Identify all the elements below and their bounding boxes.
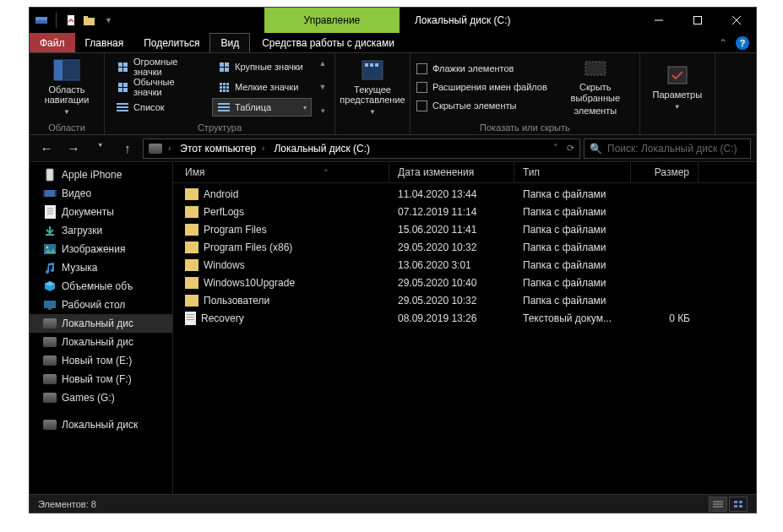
svg-point-27	[46, 247, 49, 249]
file-row[interactable]: Recovery08.09.2019 13:26Текстовый докум.…	[173, 309, 756, 327]
view-large-icons[interactable]: Крупные значки	[212, 57, 312, 76]
file-row[interactable]: Windows13.06.2020 3:01Папка с файлами	[173, 256, 756, 274]
tab-drive-tools[interactable]: Средства работы с дисками	[250, 33, 406, 52]
column-name[interactable]: Имя⌃	[173, 162, 389, 182]
svg-rect-21	[45, 205, 56, 219]
tree-item[interactable]: Видео	[30, 184, 172, 203]
file-row[interactable]: Program Files15.06.2020 11:41Папка с фай…	[173, 220, 756, 238]
hide-selected-button[interactable]: Скрыть выбранные элементы	[557, 57, 633, 117]
file-name: Recovery	[201, 312, 244, 324]
tree-item-label: Загрузки	[62, 225, 102, 236]
help-icon[interactable]: ?	[736, 36, 749, 50]
details-view-button[interactable]	[709, 497, 727, 512]
folder-icon	[185, 224, 198, 236]
contextual-tab-manage[interactable]: Управление	[264, 8, 400, 33]
svg-rect-29	[48, 308, 52, 310]
navigation-pane-button[interactable]: Область навигации ▼	[35, 57, 98, 117]
group-label: Области	[30, 121, 104, 134]
tree-item[interactable]: Новый том (F:)	[30, 370, 172, 388]
address-bar[interactable]: › Этот компьютер› Локальный диск (C:) ˅ …	[143, 138, 580, 159]
forward-button[interactable]: →	[62, 138, 85, 160]
breadcrumb-current[interactable]: Локальный диск (C:)	[270, 143, 373, 155]
file-name: Android	[204, 188, 238, 200]
file-row[interactable]: Android11.04.2020 13:44Папка с файлами	[173, 185, 756, 203]
phone-icon	[43, 168, 57, 182]
doc-icon	[43, 205, 57, 219]
hidden-items-toggle[interactable]: Скрытые элементы	[416, 97, 547, 114]
tree-item[interactable]: Games (G:)	[30, 388, 172, 407]
tree-item-label: Локальный диск	[62, 419, 138, 431]
qat-dropdown-icon[interactable]: ▼	[101, 16, 116, 24]
file-row[interactable]: Program Files (x86)29.05.2020 10:32Папка…	[173, 238, 756, 256]
file-type: Папка с файлами	[514, 277, 631, 289]
drive-icon	[43, 335, 57, 349]
column-date[interactable]: Дата изменения	[389, 162, 514, 182]
properties-icon[interactable]	[64, 14, 78, 27]
file-type: Папка с файлами	[514, 224, 631, 236]
extra-large-icon	[116, 61, 129, 73]
tree-item[interactable]: Локальный диск	[30, 415, 172, 434]
svg-rect-28	[44, 301, 56, 308]
view-extra-large-icons[interactable]: Огромные значки	[111, 57, 210, 76]
tree-item[interactable]: Загрузки	[30, 221, 172, 240]
layout-scroll[interactable]: ▲▼▾	[317, 59, 329, 115]
tree-item-label: Локальный дис	[62, 336, 133, 348]
breadcrumb-this-pc[interactable]: Этот компьютер›	[177, 143, 270, 155]
tab-share[interactable]: Поделиться	[133, 33, 209, 52]
minimize-button[interactable]	[639, 8, 678, 33]
tab-file[interactable]: Файл	[30, 33, 75, 52]
close-button[interactable]	[717, 8, 756, 33]
tree-item[interactable]: Локальный дис	[30, 333, 172, 351]
group-label: Структура	[105, 121, 334, 134]
tree-item[interactable]: Музыка	[30, 258, 172, 277]
file-row[interactable]: Windows10Upgrade29.05.2020 10:40Папка с …	[173, 274, 756, 291]
tree-item[interactable]: Документы	[30, 203, 172, 221]
large-icon	[217, 61, 231, 73]
file-extensions-toggle[interactable]: Расширения имен файлов	[416, 79, 547, 95]
new-folder-icon[interactable]	[83, 14, 96, 27]
options-button[interactable]: Параметры ▼	[646, 57, 709, 117]
thumbnails-view-button[interactable]	[729, 497, 748, 512]
maximize-button[interactable]	[678, 8, 717, 33]
up-button[interactable]: ↑	[116, 138, 139, 160]
view-small-icons[interactable]: Мелкие значки	[212, 78, 312, 96]
item-count: Элементов: 8	[38, 499, 96, 509]
hide-selected-icon	[582, 57, 609, 79]
address-dropdown-icon[interactable]: ˅	[553, 143, 558, 154]
back-button[interactable]: ←	[35, 138, 58, 160]
ribbon-group-panes: Область навигации ▼ Области	[30, 53, 105, 134]
recent-locations-button[interactable]: ˅	[89, 138, 112, 160]
view-medium-icons[interactable]: Обычные значки	[111, 78, 210, 96]
search-box[interactable]: 🔍 Поиск: Локальный диск (C:)	[584, 138, 751, 159]
current-view-button[interactable]: Текущее представление ▼	[341, 57, 404, 117]
tree-item[interactable]: Рабочий стол	[30, 296, 172, 314]
view-list[interactable]: Список	[111, 98, 210, 117]
file-row[interactable]: Пользователи29.05.2020 10:32Папка с файл…	[173, 291, 756, 309]
view-details[interactable]: Таблица▾	[212, 98, 312, 117]
tree-item[interactable]: Объемные объ	[30, 277, 172, 296]
text-file-icon	[185, 312, 196, 325]
svg-rect-17	[46, 169, 53, 181]
item-checkboxes-toggle[interactable]: Флажки элементов	[416, 60, 547, 77]
collapse-ribbon-icon[interactable]: ⌃	[719, 37, 727, 49]
tab-view[interactable]: Вид	[209, 33, 250, 52]
file-list: Имя⌃ Дата изменения Тип Размер Android11…	[173, 162, 756, 494]
refresh-icon[interactable]: ⟳	[567, 143, 574, 154]
file-type: Папка с файлами	[514, 206, 631, 218]
tree-item[interactable]: Apple iPhone	[30, 166, 172, 184]
tree-item[interactable]: Локальный дис	[30, 314, 172, 333]
tree-item[interactable]: Изображения	[30, 240, 172, 258]
tree-item[interactable]: Новый том (E:)	[30, 351, 172, 370]
drive-icon	[43, 372, 57, 386]
column-type[interactable]: Тип	[514, 162, 631, 182]
column-size[interactable]: Размер	[631, 162, 699, 182]
svg-rect-36	[739, 505, 742, 508]
drive-icon	[35, 14, 48, 27]
file-row[interactable]: PerfLogs07.12.2019 11:14Папка с файлами	[173, 203, 756, 220]
ribbon-group-show-hide: Флажки элементов Расширения имен файлов …	[411, 53, 640, 134]
svg-rect-34	[739, 501, 742, 503]
folder-icon	[185, 242, 198, 253]
chevron-right-icon[interactable]: ›	[166, 144, 173, 153]
tree-item-label: Apple iPhone	[62, 169, 122, 181]
tab-home[interactable]: Главная	[75, 33, 134, 52]
